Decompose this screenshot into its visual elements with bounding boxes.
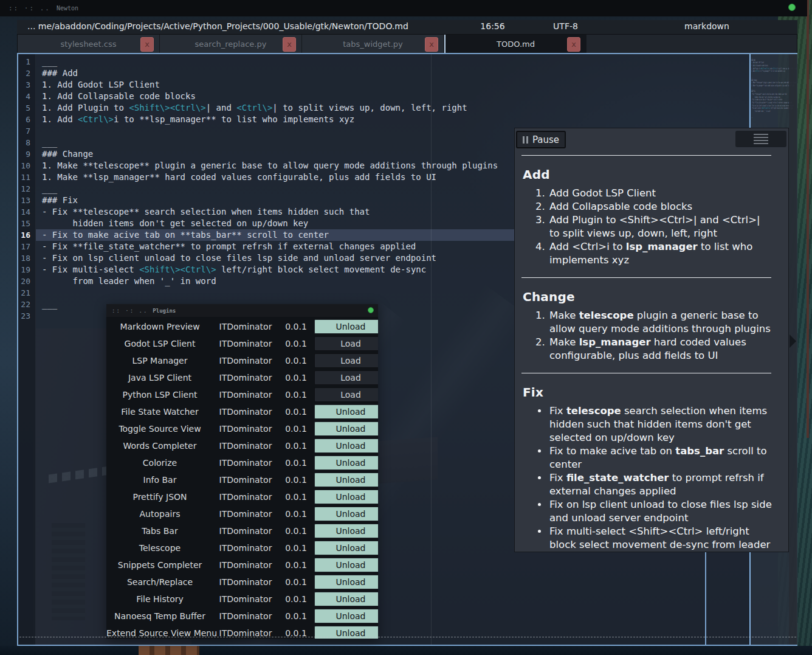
hamburger-icon	[754, 134, 768, 135]
plugin-unload-button[interactable]: Unload	[314, 541, 378, 555]
pause-button[interactable]: Pause	[516, 131, 566, 148]
preview-list-item: Add Plugin to <Shift><Ctrl>| and <Ctrl>|…	[548, 213, 772, 240]
plugin-unload-button[interactable]: Unload	[314, 438, 378, 453]
plugin-unload-button[interactable]: Unload	[314, 524, 378, 538]
split-divider[interactable]	[431, 54, 432, 645]
tab-stylesheet.css[interactable]: stylesheet.cssx	[18, 35, 160, 53]
plugin-name: Info Bar	[106, 475, 213, 485]
encoding-indicator[interactable]: UTF-8	[537, 21, 594, 31]
code-text: left/right block select movement de-sync	[216, 265, 427, 274]
plugin-unload-button[interactable]: Unload	[314, 319, 378, 334]
code-text: ### Change	[42, 149, 93, 159]
plugin-version: 0.0.1	[278, 339, 314, 348]
plugin-unload-button[interactable]: Unload	[314, 592, 378, 606]
preview-list-item: Fix file_state_watcher to prompt refrsh …	[548, 471, 772, 498]
code-text: - Fix on lsp client unload to close file…	[42, 253, 436, 263]
plugin-load-button[interactable]: Load	[314, 387, 378, 402]
plugin-row: Nanoesq Temp BufferITDominator0.0.1Unloa…	[106, 608, 378, 625]
plugin-unload-button[interactable]: Unload	[314, 609, 378, 623]
plugin-unload-button[interactable]: Unload	[314, 575, 378, 589]
line-number: 19	[18, 264, 35, 276]
window-status-dot	[368, 307, 374, 313]
plugin-unload-button[interactable]: Unload	[314, 456, 378, 470]
code-line[interactable]: ### Add	[36, 68, 749, 79]
plugin-unload-button[interactable]: Unload	[314, 421, 378, 436]
section-divider	[521, 373, 771, 373]
plugin-row: Toggle Source ViewITDominator0.0.1Unload	[106, 420, 378, 437]
tab-close-icon[interactable]: x	[283, 37, 296, 52]
panel-collapse-chevron-icon[interactable]	[790, 334, 796, 348]
plugin-unload-button[interactable]: Unload	[314, 490, 378, 504]
section-divider	[521, 277, 771, 278]
preview-list: Add Godot LSP ClientAdd Collapsable code…	[520, 187, 772, 267]
tab-close-icon[interactable]: x	[140, 37, 154, 52]
line-number: 22	[18, 299, 35, 310]
wallpaper-bottom-strip	[0, 646, 812, 655]
syntax-tag: <Shift\><Ctrl\>	[139, 265, 216, 274]
tab-close-icon[interactable]: x	[425, 37, 438, 52]
code-line[interactable]: 1. Add Godot LSP Client	[36, 79, 749, 91]
tab-label: tabs_widget.py	[343, 40, 403, 49]
plugin-load-button[interactable]: Load	[314, 353, 378, 368]
tab-bar: stylesheet.cssxsearch_replace.pyxtabs_wi…	[17, 34, 797, 54]
preview-heading: Change	[523, 289, 772, 304]
tab-tabs_widget.py[interactable]: tabs_widget.pyx	[302, 35, 444, 53]
plugins-table: Markdown PreviewITDominator0.0.1UnloadGo…	[106, 317, 378, 639]
code-text: 1. Make **lsp_manager** hard coded value…	[42, 172, 436, 182]
plugin-row: Python LSP ClientITDominator0.0.1Load	[106, 386, 378, 403]
plugin-name: Autopairs	[106, 509, 213, 519]
pause-label: Pause	[532, 134, 559, 145]
code-line[interactable]: ___	[36, 56, 749, 68]
tab-search_replace.py[interactable]: search_replace.pyx	[160, 35, 302, 53]
clock: 16:56	[464, 21, 521, 31]
tab-TODO.md[interactable]: TODO.mdx	[444, 35, 587, 53]
bold-text: lsp_manager	[626, 241, 698, 252]
code-text: - Fix to make acive tab on **tabs_bar** …	[42, 230, 329, 240]
line-number: 9	[18, 148, 35, 160]
pane-divider[interactable]	[705, 552, 706, 645]
plugin-load-button[interactable]: Load	[314, 336, 378, 351]
line-number: 10	[18, 160, 35, 172]
preview-list-item: Fix multi-select <Shift><Ctrl> left/righ…	[548, 525, 772, 552]
bold-text: file_state_watcher	[566, 472, 669, 483]
minimap-line	[751, 119, 768, 122]
code-text: 1. Add Godot LSP Client	[42, 80, 160, 89]
plugin-author: ITDominator	[213, 356, 278, 366]
code-text: - Fix **telescope** search selection whe…	[42, 207, 370, 217]
plugin-name: Prettify JSON	[106, 492, 213, 502]
plugin-name: Telescope	[106, 543, 213, 553]
plugin-author: ITDominator	[213, 577, 278, 587]
plugin-author: ITDominator	[213, 492, 278, 502]
plugin-unload-button[interactable]: Unload	[314, 558, 378, 572]
tab-close-icon[interactable]: x	[567, 37, 580, 52]
plugin-row: Search/ReplaceITDominator0.0.1Unload	[106, 574, 378, 591]
plugins-titlebar[interactable]: :: ·: .. Plugins	[106, 304, 378, 317]
code-text: ___	[42, 184, 57, 193]
menu-button[interactable]	[735, 131, 786, 147]
language-indicator[interactable]: markdown	[673, 21, 740, 31]
bold-text: lsp_manager	[579, 336, 651, 348]
plugin-row: Markdown PreviewITDominator0.0.1Unload	[106, 318, 378, 335]
plugin-version: 0.0.1	[278, 594, 314, 604]
plugin-version: 0.0.1	[278, 543, 314, 553]
code-line[interactable]: 1. Add <Ctrl\>i to **lsp_manager** to li…	[36, 114, 749, 125]
plugin-author: ITDominator	[213, 458, 278, 468]
plugin-row: TelescopeITDominator0.0.1Unload	[106, 539, 378, 556]
plugin-unload-button[interactable]: Unload	[314, 507, 378, 521]
line-number: 4	[18, 91, 35, 102]
line-number: 5	[18, 102, 35, 114]
code-line[interactable]: 1. Add Plugin to <Shift\><Ctrl\>| and <C…	[36, 102, 749, 114]
line-number: 18	[18, 252, 35, 264]
code-line[interactable]: 1. Add Collapsable code blocks	[36, 91, 749, 102]
plugin-unload-button[interactable]: Unload	[314, 473, 378, 487]
bold-text: tabs_bar	[675, 445, 724, 457]
line-number: 15	[18, 218, 35, 229]
code-text: | to split views up, down, left, right	[272, 103, 467, 113]
plugin-load-button[interactable]: Load	[314, 370, 378, 385]
pause-icon	[523, 136, 528, 144]
line-number: 6	[18, 114, 35, 125]
plugin-name: Snippets Completer	[106, 560, 213, 570]
plugin-unload-button[interactable]: Unload	[314, 404, 378, 419]
preview-list-item: Fix to make acive tab on tabs_bar scroll…	[548, 445, 772, 471]
tab-label: TODO.md	[497, 40, 535, 49]
